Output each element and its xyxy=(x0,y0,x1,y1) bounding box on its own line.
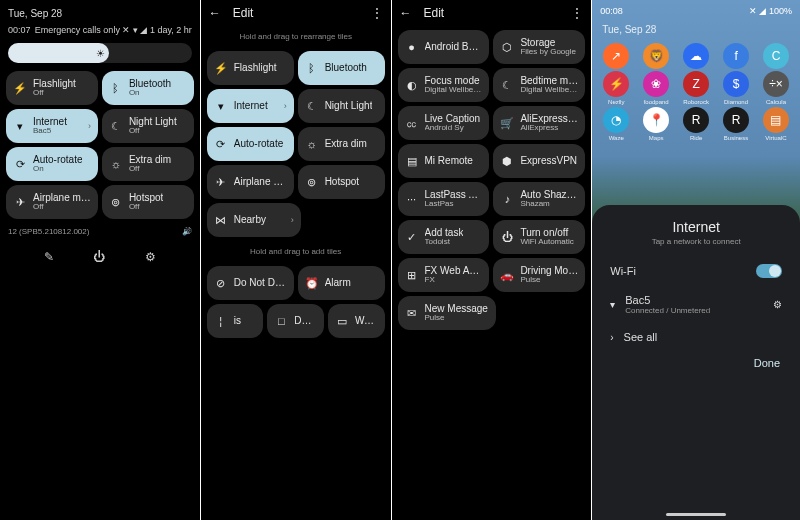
do-not-disturb-icon: ⊘ xyxy=(214,276,228,290)
qs-tile-extra-dim[interactable]: ☼Extra dimOff xyxy=(102,147,194,181)
qs-tile-nearby[interactable]: ⋈Nearby› xyxy=(207,203,301,237)
app-icon[interactable]: 🦁 xyxy=(643,43,669,69)
qs-tile-new-message[interactable]: ✉New MessagePulse xyxy=(398,296,497,330)
quick-settings-panel: Tue, Sep 28 00:07 Emergency calls only ✕… xyxy=(0,0,200,520)
brightness-slider[interactable]: ☀ xyxy=(8,43,192,63)
tile-row: ⋈Nearby› xyxy=(207,203,385,237)
qs-tile-auto-rotate[interactable]: ⟳Auto-rotateOn xyxy=(6,147,98,181)
qs-tile-night-light[interactable]: ☾Night Light xyxy=(298,89,385,123)
qs-tile-flashlight[interactable]: ⚡Flashlight xyxy=(207,51,294,85)
qs-tile-do-not-disturb[interactable]: ⊘Do Not Disturb xyxy=(207,266,294,300)
qs-tile-expressvpn[interactable]: ⬢ExpressVPN xyxy=(493,144,585,178)
tile-row: ⟳Auto-rotate☼Extra dim xyxy=(207,127,385,161)
app-icon[interactable]: C xyxy=(763,43,789,69)
back-icon[interactable]: ← xyxy=(209,6,223,20)
app-icon[interactable]: ☁ xyxy=(683,43,709,69)
qs-tile-night-light[interactable]: ☾Night LightOff xyxy=(102,109,194,143)
qs-tile-bluetooth[interactable]: ᛒBluetoothOn xyxy=(102,71,194,105)
extra-dim-icon: ☼ xyxy=(109,157,123,171)
qs-tile-android-beta-pro[interactable]: ●Android Beta Pro xyxy=(398,30,490,64)
bluetooth-icon: ᛒ xyxy=(109,81,123,95)
add-hint: Hold and drag to add tiles xyxy=(201,241,391,262)
qs-tile-storage[interactable]: ⬡StorageFiles by Google xyxy=(493,30,585,64)
qs-tile-driving-mode[interactable]: 🚗Driving ModePulse xyxy=(493,258,585,292)
app-icon[interactable]: ÷×Calcula xyxy=(763,71,789,105)
tile-row: ✉New MessagePulse xyxy=(398,296,586,330)
qs-tile-alarm[interactable]: ⏰Alarm xyxy=(298,266,385,300)
new-message-icon: ✉ xyxy=(405,306,419,320)
qs-tile-focus-mode[interactable]: ◐Focus modeDigital Wellbeing xyxy=(398,68,490,102)
chevron-right-icon: › xyxy=(291,215,294,225)
network-row[interactable]: ▾ Bac5 Connected / Unmetered ⚙ xyxy=(606,286,786,323)
chevron-right-icon: › xyxy=(610,332,613,343)
extra-dim-icon: ☼ xyxy=(305,137,319,151)
volume-icon[interactable]: 🔊 xyxy=(182,227,192,236)
qs-tile-airplane-mode[interactable]: ✈Airplane modeOff xyxy=(6,185,98,219)
app-icon[interactable]: ZRoborock xyxy=(683,71,709,105)
tile-row: ✓Add taskTodoist⏻Turn on/offWiFi Automat… xyxy=(398,220,586,254)
alarm-icon: ⏰ xyxy=(305,276,319,290)
qs-tile-mi-remote[interactable]: ▤Mi Remote xyxy=(398,144,490,178)
nav-handle[interactable] xyxy=(666,513,726,516)
qs-tile-fx-web-access[interactable]: ⊞FX Web AccessFX xyxy=(398,258,490,292)
edit-icon[interactable]: ✎ xyxy=(44,250,54,264)
qs-tile-airplane-mode[interactable]: ✈Airplane mode xyxy=(207,165,294,199)
app-icon[interactable]: ❀foodpand xyxy=(643,71,669,105)
app-row: ⚡Nezlly❀foodpandZRoborock$Diamond÷×Calcu… xyxy=(592,69,800,105)
overflow-icon[interactable]: ⋮ xyxy=(371,6,383,20)
qs-tile-device[interactable]: □Device xyxy=(267,304,324,338)
tile-row: ▤Mi Remote⬢ExpressVPN xyxy=(398,144,586,178)
app-icon[interactable]: ▤VirtualC xyxy=(763,107,789,141)
wifi-toggle[interactable] xyxy=(756,264,782,278)
tile-row: ⚡FlashlightᛒBluetooth xyxy=(207,51,385,85)
internet-icon: ▾ xyxy=(214,99,228,113)
qs-tile-wallet[interactable]: ▭Wallet xyxy=(328,304,385,338)
tile-row: ⊘Do Not Disturb⏰Alarm xyxy=(207,266,385,300)
settings-icon[interactable]: ⚙ xyxy=(145,250,156,264)
app-icon[interactable]: ◔Waze xyxy=(603,107,629,141)
app-row: ↗🦁☁fC xyxy=(592,41,800,69)
qs-tile-bluetooth[interactable]: ᛒBluetooth xyxy=(298,51,385,85)
qs-tile-lastpass-autofil[interactable]: ···LastPass AutofilLastPas xyxy=(398,182,490,216)
status-date: Tue, Sep 28 xyxy=(0,0,200,19)
status-right: Emergency calls only ✕ ▾ ◢ 1 day, 2 hr xyxy=(35,25,192,35)
tile-row: ◐Focus modeDigital Wellbeing☾Bedtime mod… xyxy=(398,68,586,102)
app-icon[interactable]: ⚡Nezlly xyxy=(603,71,629,105)
tile-row: ···LastPass AutofilLastPas♪Auto ShazamSh… xyxy=(398,182,586,216)
app-icon[interactable]: RBusiness xyxy=(723,107,749,141)
app-icon[interactable]: RRide xyxy=(683,107,709,141)
power-icon[interactable]: ⏻ xyxy=(93,250,105,264)
internet-sheet-screen: 00:08 ✕ ◢ 100% Tue, Sep 28 ↗🦁☁fC⚡Nezlly❀… xyxy=(592,0,800,520)
qs-tile-extra-dim[interactable]: ☼Extra dim xyxy=(298,127,385,161)
focus-mode-icon: ◐ xyxy=(405,78,419,92)
qs-tile-hotspot[interactable]: ⊚HotspotOff xyxy=(102,185,194,219)
overflow-icon[interactable]: ⋮ xyxy=(571,6,583,20)
is-icon: ¦ xyxy=(214,314,228,328)
qs-tile-bedtime-mode[interactable]: ☾Bedtime modeDigital Wellbeing xyxy=(493,68,585,102)
qs-tile-auto-rotate[interactable]: ⟳Auto-rotate xyxy=(207,127,294,161)
qs-tile-is[interactable]: ¦is xyxy=(207,304,264,338)
back-icon[interactable]: ← xyxy=(400,6,414,20)
qs-tile-turn-on-off[interactable]: ⏻Turn on/offWiFi Automatic xyxy=(493,220,585,254)
internet-icon: ▾ xyxy=(13,119,27,133)
tile-row: ⊞FX Web AccessFX🚗Driving ModePulse xyxy=(398,258,586,292)
aliexpress-sc-icon: 🛒 xyxy=(500,116,514,130)
qs-tile-aliexpress-sc[interactable]: 🛒AliExpress ScAliExpress xyxy=(493,106,585,140)
qs-tile-auto-shazam[interactable]: ♪Auto ShazamShazam xyxy=(493,182,585,216)
qs-tile-hotspot[interactable]: ⊚Hotspot xyxy=(298,165,385,199)
app-icon[interactable]: 📍Maps xyxy=(643,107,669,141)
app-icon[interactable]: $Diamond xyxy=(723,71,749,105)
qs-tile-live-caption[interactable]: ㏄Live CaptionAndroid Sy xyxy=(398,106,490,140)
qs-tile-internet[interactable]: ▾Internet› xyxy=(207,89,294,123)
edit-title: Edit xyxy=(233,6,254,20)
qs-tile-flashlight[interactable]: ⚡FlashlightOff xyxy=(6,71,98,105)
tile-row: ✈Airplane modeOff⊚HotspotOff xyxy=(6,185,194,219)
qs-tile-internet[interactable]: ▾InternetBac5› xyxy=(6,109,98,143)
done-button[interactable]: Done xyxy=(606,351,786,369)
app-icon[interactable]: ↗ xyxy=(603,43,629,69)
see-all-row[interactable]: › See all xyxy=(606,323,786,351)
wifi-toggle-row[interactable]: Wi-Fi xyxy=(606,256,786,286)
qs-tile-add-task[interactable]: ✓Add taskTodoist xyxy=(398,220,490,254)
gear-icon[interactable]: ⚙ xyxy=(773,299,782,310)
app-icon[interactable]: f xyxy=(723,43,749,69)
